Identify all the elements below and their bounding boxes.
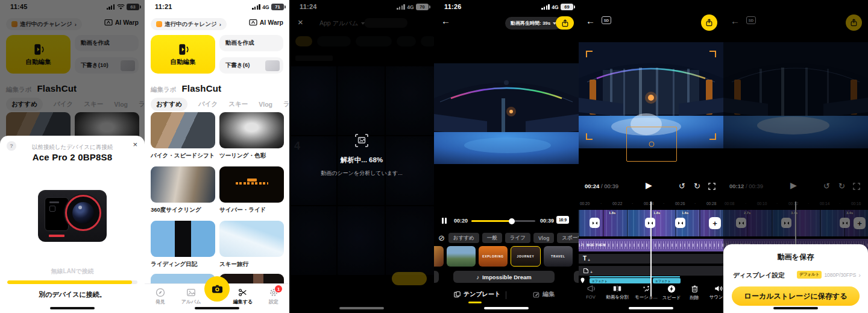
analyzing-title: 解析中... 68%	[289, 156, 434, 165]
pause-button[interactable]	[442, 218, 447, 224]
music-pill-partial[interactable]	[434, 271, 439, 283]
edit-icon	[533, 291, 539, 298]
tool-motion[interactable]: モーショ…	[633, 285, 659, 305]
music-pill[interactable]: ♪Impossible Dream	[453, 271, 555, 283]
next-button-dimmed[interactable]	[392, 272, 427, 285]
redo-icon[interactable]: ↻	[694, 182, 700, 191]
chip-recommended[interactable]: おすすめ	[448, 233, 479, 243]
slider-knob[interactable]	[509, 218, 515, 224]
nav-album[interactable]: アルバム	[178, 288, 204, 305]
tab-bike[interactable]: バイク	[198, 100, 218, 109]
screen-1-device-reconnect: 11:45 63 進行中のチャレンジ› AI Warp 自動編集 動画を作成 下…	[0, 0, 145, 313]
camera-image	[36, 179, 108, 245]
frame-corner	[586, 133, 593, 140]
analyzing-icon	[354, 133, 370, 148]
ai-warp-button[interactable]: AI Warp	[249, 19, 283, 26]
tool-delete[interactable]: 削除	[684, 285, 705, 305]
template-riding-diary[interactable]: ライディング日記	[151, 221, 215, 268]
home-indicator	[773, 307, 818, 309]
speaker-icon	[714, 285, 723, 292]
home-indicator	[50, 307, 95, 309]
video-frame	[434, 63, 579, 164]
tab-ski[interactable]: スキー	[228, 100, 248, 109]
music-pill-partial[interactable]	[574, 271, 579, 283]
chip-general[interactable]: 一般	[482, 233, 502, 243]
video-preview[interactable]	[579, 42, 723, 148]
ai-warp-icon	[249, 19, 257, 26]
seek-slider[interactable]	[471, 220, 535, 222]
template-thumb-partial[interactable]	[434, 246, 444, 267]
template-thumb-journey-selected[interactable]: JOURNEY	[511, 246, 541, 267]
status-time: 11:26	[444, 3, 462, 10]
challenge-pill[interactable]: 進行中のチャレンジ›	[151, 18, 227, 30]
no-template-icon[interactable]: ⊘	[438, 233, 445, 243]
effect-clip[interactable]: エフェクト	[590, 278, 651, 283]
chip-life[interactable]: ライフ	[505, 233, 530, 243]
tab-vlog[interactable]: Vlog	[259, 101, 272, 108]
export-button[interactable]	[556, 16, 574, 30]
settings-badge: 1	[275, 285, 282, 292]
screenshot-strip: 11:45 63 進行中のチャレンジ› AI Warp 自動編集 動画を作成 下…	[0, 0, 868, 313]
export-button[interactable]	[701, 14, 717, 31]
music-note-icon: ♪	[580, 241, 583, 247]
add-clip-button[interactable]: +	[709, 217, 721, 229]
playhead[interactable]	[650, 201, 652, 297]
transition-button[interactable]	[590, 218, 600, 228]
drafts-card[interactable]: 下書き(6)	[219, 57, 283, 74]
tab-riding[interactable]: ライ	[283, 100, 289, 109]
template-cyber-ride[interactable]: サイバー・ライド	[219, 166, 284, 214]
template-thumb-exploring[interactable]: EXPLORING	[479, 246, 508, 267]
transition-button[interactable]	[675, 218, 685, 228]
status-icons: 4G 71	[252, 4, 284, 10]
resolution-value: 1080P/30FPS	[824, 272, 856, 278]
duration-selector[interactable]: 動画再生時間: 39s	[505, 17, 562, 30]
tool-sound[interactable]: サウンド	[705, 285, 723, 305]
fullscreen-icon[interactable]	[708, 183, 715, 190]
tool-split[interactable]: 動画を分割	[602, 285, 633, 305]
connect-progress-bar	[7, 280, 137, 284]
home-indicator	[629, 307, 673, 309]
template-thumb-mountain[interactable]	[447, 246, 476, 267]
template-ski-trip[interactable]: スキー旅行	[219, 221, 284, 268]
camera-icon	[212, 284, 223, 294]
tool-fov[interactable]: FOV	[580, 285, 602, 305]
back-icon[interactable]: ←	[441, 16, 450, 26]
template-thumb-travel[interactable]: TRAVEL	[544, 246, 573, 267]
gear-icon-wrap: 1	[269, 288, 278, 297]
template-touring-color[interactable]: ツーリング・色彩	[219, 112, 284, 160]
tab-recommended[interactable]: おすすめ	[151, 98, 187, 111]
screen-2-home: 11:21 4G 71 進行中のチャレンジ› AI Warp 自動編集 動画を作…	[145, 0, 289, 313]
create-video-card[interactable]: 動画を作成	[219, 35, 283, 51]
nav-edit[interactable]: 編集する	[230, 288, 256, 305]
home-indicator	[484, 307, 529, 309]
tab-edit[interactable]: 編集	[533, 290, 555, 299]
chip-vlog[interactable]: Vlog	[533, 233, 554, 243]
connect-other-device-button[interactable]: 別のデバイスに接続。	[0, 290, 145, 299]
aspect-ratio-badge[interactable]: 16:9	[556, 216, 569, 224]
chip-sports[interactable]: スポーツ	[557, 233, 579, 243]
effect-clip[interactable]: エフェクト	[653, 278, 681, 283]
screen-5-editor: ← SD 00:24 / 00:39	[579, 0, 723, 313]
template-360-cycling[interactable]: 360度サイクリング	[151, 166, 215, 214]
tab-template[interactable]: テンプレート	[454, 290, 500, 299]
category-tabs: おすすめ バイク スキー Vlog ライ	[151, 98, 289, 111]
video-preview[interactable]	[434, 63, 579, 164]
lab-heading: 編集ラボFlashCut	[151, 83, 221, 94]
total-time: 00:39	[540, 218, 554, 224]
nav-discover[interactable]: 発見	[147, 288, 174, 305]
save-sheet: 動画を保存 ディスプレイ設定 デフォルト 1080P/30FPS › ローカルス…	[723, 244, 868, 313]
play-button[interactable]: ▶	[646, 180, 652, 190]
capture-button[interactable]	[204, 276, 230, 302]
template-bike-speedshift[interactable]: バイク・スピードシフト	[151, 112, 215, 160]
home-indicator	[195, 307, 239, 309]
tool-speed[interactable]: スピード	[659, 285, 684, 305]
save-local-button[interactable]: ローカルストレージに保存する	[732, 286, 860, 306]
auto-edit-card[interactable]: 自動編集	[151, 35, 215, 74]
undo-icon[interactable]: ↺	[679, 182, 685, 191]
draft-thumbnail	[265, 60, 280, 71]
nav-settings[interactable]: 1 設定	[260, 288, 287, 305]
auto-edit-icon	[177, 43, 190, 56]
frame-corner	[709, 51, 716, 57]
display-setting-row[interactable]: ディスプレイ設定 デフォルト 1080P/30FPS ›	[733, 271, 861, 280]
back-icon[interactable]: ←	[586, 16, 595, 26]
